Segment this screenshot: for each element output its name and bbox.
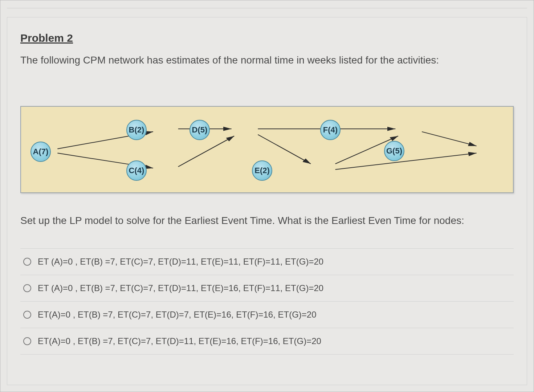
svg-line-5 <box>258 135 311 164</box>
option-row[interactable]: ET(A)=0 , ET(B) =7, ET(C)=7, ET(D)=7, ET… <box>20 302 514 328</box>
option-row[interactable]: ET (A)=0 , ET(B) =7, ET(C)=7, ET(D)=11, … <box>20 249 514 275</box>
option-text: ET (A)=0 , ET(B) =7, ET(C)=7, ET(D)=11, … <box>38 283 323 293</box>
node-d: D(5) <box>189 120 210 140</box>
radio-icon[interactable] <box>23 284 31 292</box>
svg-line-8 <box>335 153 477 170</box>
question-card: Problem 2 The following CPM network has … <box>7 17 527 385</box>
option-text: ET(A)=0 , ET(B) =7, ET(C)=7, ET(D)=7, ET… <box>38 310 317 320</box>
answer-options: ET (A)=0 , ET(B) =7, ET(C)=7, ET(D)=11, … <box>20 248 514 355</box>
option-row[interactable]: ET (A)=0 , ET(B) =7, ET(C)=7, ET(D)=11, … <box>20 275 514 302</box>
option-text: ET(A)=0 , ET(B) =7, ET(C)=7, ET(D)=11, E… <box>38 336 321 346</box>
node-b: B(2) <box>126 120 147 140</box>
cpm-network-diagram: A(7) B(2) C(4) D(5) E(2) F(4) G(5) <box>20 106 514 193</box>
svg-line-7 <box>422 132 477 146</box>
top-divider <box>7 0 527 8</box>
node-a: A(7) <box>30 142 51 162</box>
radio-icon[interactable] <box>23 337 31 345</box>
node-g: G(5) <box>384 141 404 161</box>
page-container: Problem 2 The following CPM network has … <box>0 0 534 392</box>
radio-icon[interactable] <box>23 311 31 319</box>
radio-icon[interactable] <box>23 258 31 266</box>
node-e: E(2) <box>252 160 272 181</box>
svg-line-3 <box>178 136 234 167</box>
problem-title: Problem 2 <box>20 32 514 44</box>
option-text: ET (A)=0 , ET(B) =7, ET(C)=7, ET(D)=11, … <box>38 257 323 267</box>
diagram-edges <box>21 107 513 192</box>
question-text: Set up the LP model to solve for the Ear… <box>20 215 514 226</box>
node-f: F(4) <box>320 120 341 140</box>
problem-intro: The following CPM network has estimates … <box>20 54 514 66</box>
node-c: C(4) <box>126 160 147 181</box>
option-row[interactable]: ET(A)=0 , ET(B) =7, ET(C)=7, ET(D)=11, E… <box>20 328 514 355</box>
